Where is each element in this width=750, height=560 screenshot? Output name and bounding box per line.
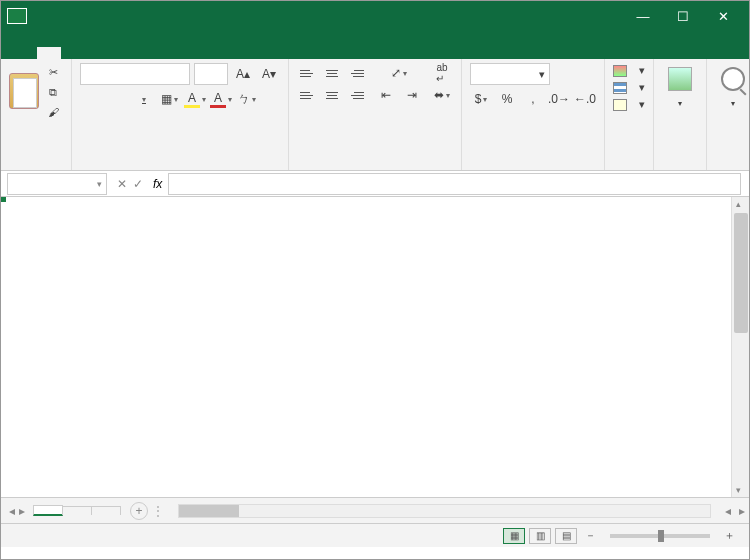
view-normal-button[interactable]: ▦ [503,528,525,544]
decrease-decimal-button[interactable]: ←.0 [574,89,596,109]
view-page-layout-button[interactable]: ▥ [529,528,551,544]
sheet-tab-3[interactable] [91,506,121,515]
zoom-out-button[interactable]: － [585,528,596,543]
underline-button[interactable] [132,89,154,109]
phonetic-button[interactable]: ㄅ [236,89,258,109]
format-painter-button[interactable]: 🖌 [43,103,63,121]
font-name-select[interactable] [80,63,190,85]
formula-bar[interactable] [168,173,741,195]
minimize-button[interactable]: — [623,9,663,24]
styles-group-label [613,166,645,168]
selection-outline [1,197,5,201]
tab-file[interactable] [11,47,35,59]
zoom-slider[interactable] [610,534,710,538]
font-color-button[interactable]: A [210,89,232,109]
percent-button[interactable]: % [496,89,518,109]
editing-button[interactable]: ▾ [715,63,750,112]
menubar [1,31,749,59]
group-styles: ▾ ▾ ▾ [605,59,654,170]
tab-layout[interactable] [89,47,113,59]
currency-button[interactable]: $ [470,89,492,109]
tab-review[interactable] [167,47,191,59]
group-clipboard: ✂ ⧉ 🖌 [1,59,72,170]
titlebar: — ☐ ✕ [1,1,749,31]
tab-data[interactable] [141,47,165,59]
view-page-break-button[interactable]: ▤ [555,528,577,544]
font-size-select[interactable] [194,63,228,85]
alignment-group-label [297,166,453,168]
sheet-tab-1[interactable] [33,505,63,516]
app-icon [7,8,27,24]
copy-button[interactable]: ⧉ [43,83,63,101]
add-sheet-button[interactable]: + [130,502,148,520]
horizontal-scroll-thumb[interactable] [179,505,239,517]
zoom-in-button[interactable]: ＋ [724,528,735,543]
sheet-tab-bar: ◂ ▸ + ⋮ ◂ ▸ [1,497,749,523]
cells-icon [668,67,692,91]
group-alignment: ⤢ ⇤ ⇥ ab↵ ⬌ [289,59,462,170]
increase-font-button[interactable]: A▴ [232,64,254,84]
tab-insert[interactable] [63,47,87,59]
formula-bar-row: ▾ ✕ ✓ fx [1,171,749,197]
border-button[interactable]: ▦ [158,89,180,109]
number-format-select[interactable]: ▾ [470,63,550,85]
paste-icon[interactable] [9,73,39,109]
hscroll-right[interactable]: ▸ [735,504,749,518]
tab-nav-prev[interactable]: ◂ [9,504,15,518]
merge-button[interactable]: ⬌ [431,85,453,105]
tab-nav-next[interactable]: ▸ [19,504,25,518]
group-number: ▾ $ % , .0→ ←.0 [462,59,605,170]
decrease-indent-button[interactable]: ⇤ [375,85,397,105]
status-bar: ▦ ▥ ▤ － ＋ [1,523,749,547]
clipboard-group-label [9,166,63,168]
tab-addins[interactable] [219,47,243,59]
accept-formula-button[interactable]: ✓ [133,177,143,191]
tab-view[interactable] [193,47,217,59]
find-icon [721,67,745,91]
maximize-button[interactable]: ☐ [663,9,703,24]
fx-icon[interactable]: fx [153,177,168,191]
wrap-text-button[interactable]: ab↵ [431,63,453,83]
cell-styles-button[interactable]: ▾ [613,97,645,112]
orientation-button[interactable]: ⤢ [375,63,423,83]
decrease-font-button[interactable]: A▾ [258,64,280,84]
group-editing: ▾ [707,59,750,170]
tab-divider: ⋮ [148,504,168,518]
cut-button[interactable]: ✂ [43,63,63,81]
ribbon: ✂ ⧉ 🖌 A▴ A▾ ▦ A A ㄅ [1,59,749,171]
italic-button[interactable] [106,89,128,109]
group-font: A▴ A▾ ▦ A A ㄅ [72,59,289,170]
cancel-formula-button[interactable]: ✕ [117,177,127,191]
conditional-formatting-button[interactable]: ▾ [613,63,645,78]
number-group-label [470,166,596,168]
horizontal-scrollbar[interactable] [178,504,711,518]
comma-button[interactable]: , [522,89,544,109]
fill-color-button[interactable]: A [184,89,206,109]
name-box[interactable]: ▾ [7,173,107,195]
hscroll-left[interactable]: ◂ [721,504,735,518]
font-group-label [80,166,280,168]
tab-home[interactable] [37,47,61,59]
worksheet-grid[interactable]: ▴ ▾ [1,197,749,497]
cells-button[interactable]: ▾ [662,63,698,112]
tab-formulas[interactable] [115,47,139,59]
sheet-tab-2[interactable] [62,506,92,515]
bold-button[interactable] [80,89,102,109]
increase-indent-button[interactable]: ⇥ [401,85,423,105]
increase-decimal-button[interactable]: .0→ [548,89,570,109]
close-button[interactable]: ✕ [703,9,743,24]
group-cells: ▾ [654,59,707,170]
vertical-scroll-thumb[interactable] [734,213,748,333]
alignment-grid[interactable] [297,63,367,105]
vertical-scrollbar[interactable]: ▴ ▾ [731,197,749,497]
format-as-table-button[interactable]: ▾ [613,80,645,95]
